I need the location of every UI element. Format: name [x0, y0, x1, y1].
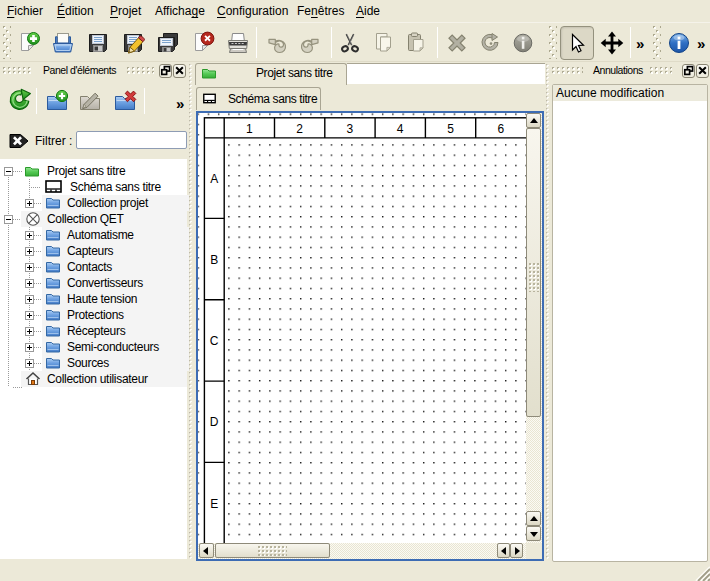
svg-text:B: B: [210, 253, 218, 267]
svg-text:C: C: [210, 334, 219, 348]
svg-text:D: D: [210, 415, 219, 429]
svg-text:6: 6: [497, 122, 504, 136]
svg-text:3: 3: [347, 122, 354, 136]
svg-text:2: 2: [296, 122, 303, 136]
svg-text:E: E: [210, 497, 218, 511]
svg-text:1: 1: [246, 122, 253, 136]
svg-text:5: 5: [447, 122, 454, 136]
svg-text:A: A: [210, 172, 218, 186]
svg-text:4: 4: [397, 122, 404, 136]
